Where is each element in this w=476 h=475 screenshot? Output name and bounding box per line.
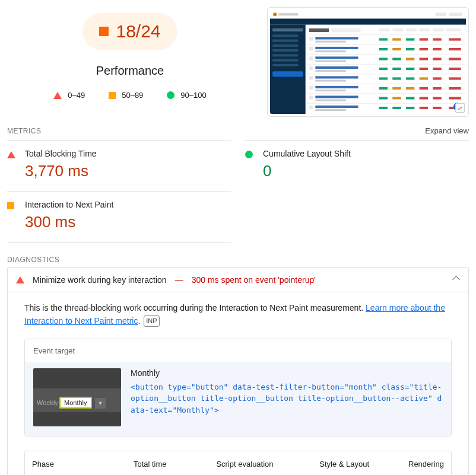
svg-rect-54 [433,58,441,60]
svg-rect-12 [272,49,298,52]
svg-rect-48 [315,56,358,59]
triangle-red-icon [16,276,24,283]
svg-rect-36 [306,44,466,45]
svg-rect-5 [449,12,462,16]
event-target-row: Weekly Monthly ▼ Monthly <button type="b… [25,362,451,436]
svg-rect-18 [309,28,329,32]
score-legend: 0–49 50–89 90–100 [7,91,253,100]
screenshot-thumbnail[interactable]: ⤢ [267,7,469,117]
svg-rect-55 [449,58,461,60]
diagnostics-header: DIAGNOSTICS [7,256,469,264]
expand-view-link[interactable]: Expand view [425,126,469,135]
diagnostic-toggle[interactable]: Minimize work during key interaction — 3… [8,268,468,292]
svg-rect-102 [406,107,414,109]
svg-rect-95 [449,97,461,99]
svg-rect-4 [435,12,446,16]
svg-rect-87 [309,95,313,99]
svg-rect-69 [315,80,346,82]
svg-rect-92 [406,97,414,99]
svg-rect-11 [272,44,298,47]
phase-table: Phase Total time Script evaluation Style… [24,451,452,475]
svg-rect-103 [420,107,428,109]
svg-rect-16 [272,71,303,76]
svg-rect-6 [270,18,466,24]
svg-point-2 [273,12,277,16]
svg-rect-46 [306,54,466,55]
svg-rect-67 [309,76,313,79]
svg-rect-74 [433,77,441,79]
svg-rect-26 [306,34,466,35]
svg-rect-93 [420,97,428,99]
col-phase: Phase [25,451,103,475]
metric-value: 0 [263,162,469,180]
metric-inp: Interaction to Next Paint 300 ms [7,191,231,242]
svg-rect-81 [392,87,401,90]
svg-rect-79 [315,90,346,91]
svg-rect-10 [272,40,298,42]
svg-rect-40 [379,48,388,50]
col-layout: Style & Layout [281,451,377,475]
svg-rect-56 [306,64,466,65]
svg-rect-99 [315,109,346,111]
event-code: <button type="button" data-test-filter-b… [131,381,443,416]
svg-rect-24 [433,28,444,31]
svg-rect-43 [420,48,428,50]
svg-rect-33 [420,38,428,40]
svg-rect-57 [309,66,313,70]
score-pill: 18/24 [82,13,177,50]
svg-rect-25 [446,28,461,31]
svg-rect-68 [315,76,358,78]
svg-rect-28 [315,37,358,39]
diagnostic-subtitle: 300 ms spent on event 'pointerup' [192,275,316,285]
svg-rect-47 [309,56,313,60]
metric-name: Interaction to Next Paint [25,200,231,209]
svg-rect-97 [309,106,313,109]
svg-rect-60 [379,68,388,70]
svg-rect-89 [315,100,346,101]
col-total: Total time [103,451,173,475]
svg-rect-65 [449,68,461,70]
svg-rect-90 [379,97,388,99]
svg-rect-51 [392,58,401,60]
svg-rect-38 [315,47,358,49]
legend-good: 90–100 [180,91,206,100]
svg-rect-23 [420,28,431,31]
metric-value: 300 ms [25,213,231,231]
chevron-up-icon [452,276,460,284]
svg-rect-20 [379,28,391,31]
svg-rect-44 [433,48,441,50]
svg-rect-31 [392,38,401,40]
dash-separator: — [175,275,183,285]
svg-rect-94 [433,97,441,99]
screenshot-svg [270,10,466,114]
expand-thumbnail-icon[interactable]: ⤢ [455,103,465,113]
metric-name: Cumulative Layout Shift [263,149,469,158]
svg-rect-35 [449,38,461,40]
svg-rect-98 [315,106,358,108]
svg-rect-70 [379,77,388,79]
square-orange-icon [99,27,109,36]
triangle-red-icon [53,92,62,99]
svg-rect-101 [392,107,401,109]
svg-rect-13 [272,54,298,56]
svg-rect-19 [331,28,361,32]
col-script: Script evaluation [174,451,281,475]
svg-rect-14 [272,59,298,62]
svg-rect-63 [420,68,428,70]
diagnostic-desc-text: This is the thread-blocking work occurri… [24,303,366,313]
circle-green-icon [167,91,174,99]
svg-rect-3 [278,13,298,15]
svg-rect-66 [306,74,466,74]
svg-rect-78 [315,86,358,88]
weekly-label: Weekly [37,399,58,406]
svg-rect-73 [420,77,428,79]
svg-rect-45 [449,48,461,50]
svg-rect-59 [315,70,346,72]
score-value: 18/24 [116,21,160,42]
metric-value: 3,770 ms [25,162,231,180]
svg-rect-88 [315,95,358,98]
svg-rect-76 [306,84,466,84]
svg-rect-49 [315,60,346,62]
monthly-button-highlight: Monthly [59,397,92,409]
svg-rect-8 [272,28,303,31]
